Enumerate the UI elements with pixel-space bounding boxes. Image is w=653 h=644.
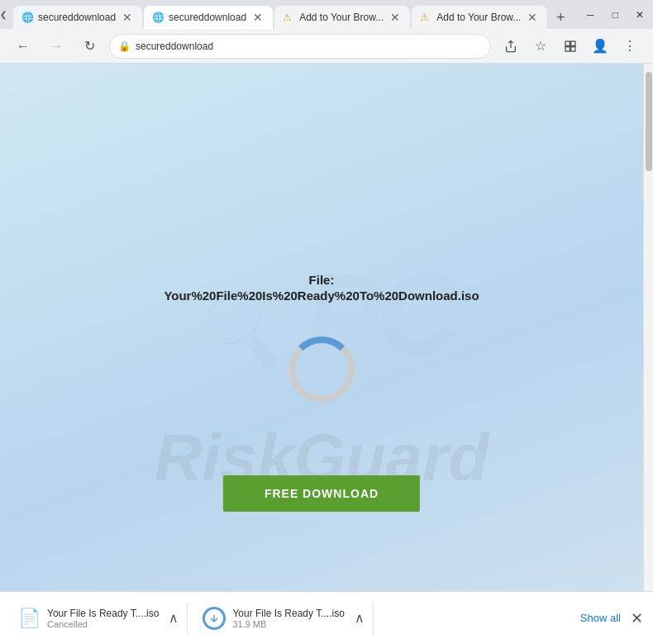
- tabs-scroll-left[interactable]: ❮: [0, 5, 7, 25]
- extensions-button[interactable]: [557, 33, 584, 60]
- tab-4[interactable]: ⚠ Add to Your Brow... ✕: [412, 6, 547, 29]
- toolbar-actions: ☆ 👤 ⋮: [498, 33, 643, 60]
- tab-3[interactable]: ⚠ Add to Your Brow... ✕: [274, 6, 410, 29]
- back-button[interactable]: ←: [10, 33, 36, 60]
- maximize-button[interactable]: □: [603, 3, 627, 26]
- tab-1-label: secureddownload: [38, 12, 116, 23]
- reload-button[interactable]: ↻: [76, 33, 102, 60]
- title-bar: ❮ 🌐 secureddownload ✕ 🌐 secureddownload …: [0, 0, 653, 29]
- file-label: File:: [164, 273, 479, 287]
- tab-3-close[interactable]: ✕: [388, 11, 402, 24]
- downloads-bar-actions: Show all ✕: [580, 609, 643, 627]
- download-item-1-info: Your File Is Ready T....iso Cancelled: [47, 608, 159, 629]
- tab-1-close[interactable]: ✕: [121, 11, 134, 24]
- tab-1-favicon: 🌐: [21, 12, 33, 23]
- menu-button[interactable]: ⋮: [617, 33, 643, 60]
- download-item-2-name: Your File Is Ready T....iso: [232, 608, 344, 619]
- tab-3-label: Add to Your Brow...: [299, 12, 384, 23]
- tab-3-favicon: ⚠: [283, 12, 294, 23]
- scrollbar[interactable]: [643, 64, 653, 591]
- share-button[interactable]: [498, 33, 524, 60]
- svg-rect-3: [571, 46, 575, 50]
- download-item-1-expand[interactable]: ∧: [169, 610, 179, 626]
- tab-4-close[interactable]: ✕: [526, 11, 539, 24]
- window-controls: ─ □ ✕: [572, 0, 653, 29]
- address-bar[interactable]: 🔒 secureddownload: [109, 34, 491, 59]
- download-item-2-icon: [203, 607, 226, 630]
- bookmark-button[interactable]: ☆: [527, 33, 554, 60]
- new-tab-button[interactable]: +: [549, 6, 572, 29]
- download-button-container: FREE DOWNLOAD: [223, 475, 420, 512]
- download-item-1-icon: 📄: [18, 608, 41, 629]
- download-item-1: 📄 Your File Is Ready T....iso Cancelled …: [10, 603, 188, 634]
- download-item-2-size: 31.9 MB: [232, 619, 344, 629]
- tab-1[interactable]: 🌐 secureddownload ✕: [13, 6, 142, 29]
- page-area: 🔍 PC RiskGuard File: Your%20File%20Is%20…: [0, 64, 653, 591]
- tab-4-favicon: ⚠: [420, 12, 431, 23]
- file-name: Your%20File%20Is%20Ready%20To%20Download…: [164, 289, 479, 303]
- tab-2-favicon: 🌐: [152, 12, 164, 23]
- profile-button[interactable]: 👤: [587, 33, 613, 60]
- download-item-1-name: Your File Is Ready T....iso: [47, 608, 159, 619]
- tabs-container: 🌐 secureddownload ✕ 🌐 secureddownload ✕ …: [7, 0, 572, 29]
- tab-2[interactable]: 🌐 secureddownload ✕: [144, 6, 273, 29]
- downloads-bar: 📄 Your File Is Ready T....iso Cancelled …: [0, 591, 653, 644]
- tab-2-close[interactable]: ✕: [251, 11, 265, 24]
- browser-window: ❮ 🌐 secureddownload ✕ 🌐 secureddownload …: [0, 0, 653, 644]
- close-downloads-button[interactable]: ✕: [631, 609, 643, 627]
- close-button[interactable]: ✕: [628, 3, 651, 26]
- tab-4-label: Add to Your Brow...: [436, 12, 521, 23]
- loading-spinner: [288, 336, 355, 403]
- svg-rect-2: [565, 46, 570, 50]
- page-content: 🔍 PC RiskGuard File: Your%20File%20Is%20…: [0, 64, 643, 591]
- url-text: secureddownload: [136, 41, 482, 52]
- forward-button[interactable]: →: [43, 33, 69, 60]
- svg-rect-1: [571, 41, 575, 45]
- download-item-1-status: Cancelled: [47, 619, 159, 629]
- download-item-2-info: Your File Is Ready T....iso 31.9 MB: [232, 608, 344, 629]
- lock-icon: 🔒: [118, 41, 131, 52]
- show-all-link[interactable]: Show all: [580, 612, 621, 624]
- free-download-button[interactable]: FREE DOWNLOAD: [223, 475, 420, 512]
- spinner-container: [288, 336, 355, 403]
- file-info: File: Your%20File%20Is%20Ready%20To%20Do…: [164, 273, 479, 319]
- minimize-button[interactable]: ─: [579, 3, 602, 26]
- download-item-2: Your File Is Ready T....iso 31.9 MB ∧: [194, 602, 373, 635]
- toolbar: ← → ↻ 🔒 secureddownload ☆ 👤 ⋮: [0, 29, 653, 64]
- scrollbar-thumb[interactable]: [646, 72, 652, 171]
- svg-rect-0: [565, 41, 570, 45]
- tab-2-label: secureddownload: [169, 12, 246, 23]
- download-item-2-expand[interactable]: ∧: [355, 610, 365, 626]
